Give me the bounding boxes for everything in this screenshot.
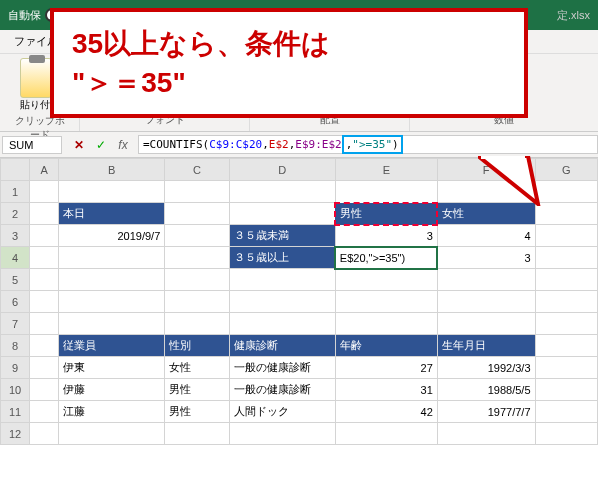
col-header-A[interactable]: A [30, 159, 59, 181]
col-header-B[interactable]: B [59, 159, 165, 181]
formula-highlight: ,">=35") [342, 135, 403, 154]
cell[interactable]: 1977/7/7 [437, 401, 535, 423]
cell[interactable]: 健康診断 [229, 335, 335, 357]
cell[interactable]: 3 [437, 247, 535, 269]
cell[interactable]: 男性 [165, 379, 229, 401]
cell[interactable]: 42 [335, 401, 437, 423]
row-header[interactable]: 8 [1, 335, 30, 357]
cell[interactable]: 2019/9/7 [59, 225, 165, 247]
cell[interactable]: 4 [437, 225, 535, 247]
row-header[interactable]: 5 [1, 269, 30, 291]
col-header-C[interactable]: C [165, 159, 229, 181]
cell[interactable]: 年齢 [335, 335, 437, 357]
cell[interactable]: 伊東 [59, 357, 165, 379]
filename: 定.xlsx [557, 8, 590, 23]
clipboard-icon [20, 58, 52, 98]
col-header-D[interactable]: D [229, 159, 335, 181]
row-header[interactable]: 7 [1, 313, 30, 335]
cell[interactable]: 江藤 [59, 401, 165, 423]
cell[interactable]: ３５歳未満 [229, 225, 335, 247]
row-header[interactable]: 1 [1, 181, 30, 203]
row-header[interactable]: 2 [1, 203, 30, 225]
row-header[interactable]: 12 [1, 423, 30, 445]
cell[interactable]: 従業員 [59, 335, 165, 357]
cell[interactable]: 伊藤 [59, 379, 165, 401]
col-header-E[interactable]: E [335, 159, 437, 181]
callout-line2: "＞＝35" [72, 63, 506, 102]
cell[interactable]: 27 [335, 357, 437, 379]
row-header[interactable]: 6 [1, 291, 30, 313]
cancel-icon[interactable]: ✕ [70, 136, 88, 154]
row-header[interactable]: 11 [1, 401, 30, 423]
row-header[interactable]: 9 [1, 357, 30, 379]
formula-input[interactable]: =COUNTIFS(C$9:C$20,E$2,E$9:E$2,">=35") [138, 135, 598, 154]
cell[interactable]: 一般の健康診断 [229, 379, 335, 401]
cell[interactable]: 女性 [165, 357, 229, 379]
svg-marker-1 [481, 156, 525, 159]
name-box[interactable]: SUM [2, 136, 62, 154]
cell[interactable]: 本日 [59, 203, 165, 225]
formula-buttons: ✕ ✓ fx [64, 136, 138, 154]
row-header[interactable]: 4 [1, 247, 30, 269]
cell[interactable]: 生年月日 [437, 335, 535, 357]
cell[interactable]: 人間ドック [229, 401, 335, 423]
cell[interactable]: 男性 [165, 401, 229, 423]
cell[interactable]: 男性 [335, 203, 437, 225]
callout: 35以上なら、条件は "＞＝35" [50, 8, 528, 118]
callout-box: 35以上なら、条件は "＞＝35" [50, 8, 528, 118]
svg-marker-0 [478, 156, 538, 204]
cell[interactable]: 1992/3/3 [437, 357, 535, 379]
enter-icon[interactable]: ✓ [92, 136, 110, 154]
cell[interactable]: 性別 [165, 335, 229, 357]
row-header[interactable]: 10 [1, 379, 30, 401]
cell[interactable]: 一般の健康診断 [229, 357, 335, 379]
cell-active[interactable]: E$20,">=35") [335, 247, 437, 269]
fx-icon[interactable]: fx [114, 136, 132, 154]
select-all[interactable] [1, 159, 30, 181]
cell[interactable]: 1988/5/5 [437, 379, 535, 401]
row-header[interactable]: 3 [1, 225, 30, 247]
cell[interactable]: ３５歳以上 [229, 247, 335, 269]
callout-line1: 35以上なら、条件は [72, 24, 506, 63]
cell[interactable]: 31 [335, 379, 437, 401]
cell[interactable]: 3 [335, 225, 437, 247]
formula-bar: SUM ✕ ✓ fx =COUNTIFS(C$9:C$20,E$2,E$9:E$… [0, 132, 598, 158]
autosave-label: 自動保 [8, 8, 41, 23]
